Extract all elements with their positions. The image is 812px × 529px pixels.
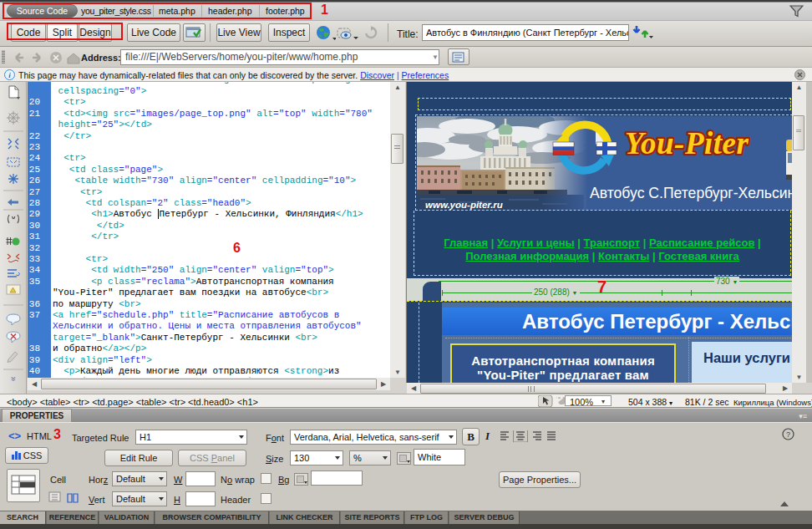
svg-text:You-Piter: You-Piter <box>625 126 749 160</box>
svg-text:?: ? <box>786 430 790 439</box>
svg-text:Автобус С.Петербург-Хельсинки: Автобус С.Петербург-Хельсинки <box>590 185 792 201</box>
